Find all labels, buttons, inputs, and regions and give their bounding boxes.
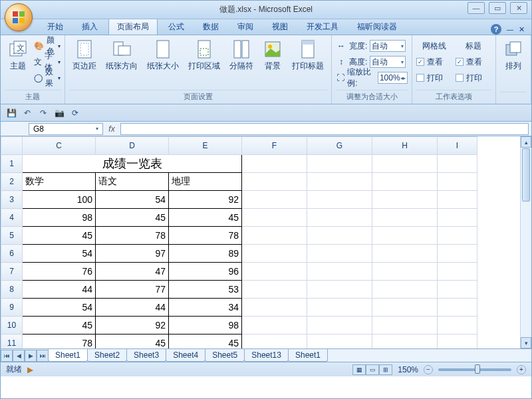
breaks-button[interactable]: 分隔符 [226, 37, 257, 74]
cell[interactable]: 78 [23, 334, 96, 349]
cell[interactable]: 92 [96, 317, 169, 334]
spreadsheet-grid[interactable]: CDEFGHI1成绩一览表2数学语文地理31005492498454554578… [1, 136, 531, 348]
scroll-thumb[interactable] [522, 148, 530, 201]
help-icon[interactable]: ? [491, 24, 501, 35]
cell[interactable]: 54 [23, 245, 96, 263]
scroll-down-button[interactable]: ▾ [521, 337, 531, 348]
zoom-level[interactable]: 150% [398, 365, 418, 374]
height-combo[interactable]: 自动▾ [370, 56, 406, 68]
maximize-button[interactable]: ▭ [489, 2, 506, 14]
headings-print-check[interactable]: 打印 [456, 70, 492, 85]
zoom-slider[interactable] [438, 368, 511, 371]
macro-icon[interactable]: ▶ [27, 365, 33, 374]
cell[interactable]: 45 [169, 334, 242, 349]
cell[interactable]: 45 [23, 227, 96, 245]
row-header[interactable]: 2 [1, 173, 23, 191]
normal-view-button[interactable]: ▦ [352, 364, 366, 375]
select-all-cell[interactable] [1, 137, 23, 155]
col-header[interactable]: G [307, 137, 372, 155]
row-header[interactable]: 10 [1, 317, 23, 334]
undo-icon[interactable]: ↶ [22, 108, 33, 118]
cell[interactable]: 98 [169, 317, 242, 334]
row-header[interactable]: 11 [1, 334, 23, 349]
col-header[interactable]: D [96, 137, 169, 155]
tab-formulas[interactable]: 公式 [160, 19, 192, 35]
background-button[interactable]: 背景 [259, 37, 286, 74]
zoom-out-button[interactable]: − [424, 365, 433, 374]
row-header[interactable]: 6 [1, 245, 23, 263]
office-button[interactable] [5, 3, 33, 31]
sheet-tab[interactable]: Sheet1 [48, 349, 88, 362]
col-header[interactable]: E [169, 137, 242, 155]
row-header[interactable]: 8 [1, 281, 23, 299]
tab-nav-next[interactable]: ▶ [25, 350, 37, 362]
page-break-view-button[interactable]: ⊞ [379, 364, 392, 375]
width-combo[interactable]: 自动▾ [370, 40, 406, 52]
cell[interactable]: 54 [96, 191, 169, 209]
cell[interactable]: 78 [96, 227, 169, 245]
col-header[interactable]: I [438, 137, 477, 155]
cell[interactable]: 45 [96, 209, 169, 227]
headings-view-check[interactable]: ✓查看 [456, 55, 492, 69]
margins-button[interactable]: 页边距 [69, 37, 100, 74]
fx-button[interactable]: fx [106, 123, 118, 135]
cell[interactable]: 98 [23, 209, 96, 227]
sheet-tab[interactable]: Sheet1 [288, 349, 328, 362]
tab-home[interactable]: 开始 [39, 19, 71, 35]
cell[interactable]: 54 [23, 299, 96, 317]
vertical-scrollbar[interactable]: ▴ ▾ [520, 136, 531, 348]
tab-data[interactable]: 数据 [195, 19, 227, 35]
cell[interactable]: 45 [169, 209, 242, 227]
themes-button[interactable]: 文文 主题 [5, 37, 31, 74]
cell[interactable]: 92 [169, 191, 242, 209]
cell[interactable]: 地理 [169, 173, 242, 191]
row-header[interactable]: 7 [1, 263, 23, 281]
zoom-in-button[interactable]: + [517, 365, 526, 374]
sub-close-icon[interactable]: ✕ [519, 25, 525, 34]
row-header[interactable]: 9 [1, 299, 23, 317]
page-layout-view-button[interactable]: ▭ [366, 364, 379, 375]
save-icon[interactable]: 💾 [6, 108, 17, 118]
minimize-ribbon-icon[interactable]: — [507, 26, 513, 33]
cell[interactable]: 44 [96, 299, 169, 317]
cell[interactable]: 45 [23, 317, 96, 334]
sheet-tab[interactable]: Sheet5 [205, 349, 245, 362]
scale-spinner[interactable]: 100%◂▸ [378, 72, 408, 84]
close-button[interactable]: ✕ [510, 2, 527, 14]
minimize-button[interactable]: — [467, 2, 485, 14]
tab-view[interactable]: 视图 [264, 19, 296, 35]
gridlines-view-check[interactable]: ✓查看 [416, 55, 453, 69]
col-header[interactable]: H [372, 137, 438, 155]
sheet-tab[interactable]: Sheet4 [166, 349, 205, 362]
tab-insert[interactable]: 插入 [74, 19, 106, 35]
sheet-tab[interactable]: Sheet3 [126, 349, 166, 362]
cell[interactable]: 96 [169, 263, 242, 281]
tab-page-layout[interactable]: 页面布局 [108, 18, 158, 35]
cell[interactable]: 89 [169, 245, 242, 263]
tab-nav-prev[interactable]: ◀ [13, 350, 25, 362]
cell[interactable]: 数学 [23, 173, 96, 191]
row-header[interactable]: 4 [1, 209, 23, 227]
zoom-thumb[interactable] [475, 364, 480, 374]
orientation-button[interactable]: 纸张方向 [102, 37, 141, 74]
tab-review[interactable]: 审阅 [229, 19, 261, 35]
sheet-tab[interactable]: Sheet2 [87, 349, 127, 362]
row-header[interactable]: 5 [1, 227, 23, 245]
cell[interactable]: 97 [96, 245, 169, 263]
tab-foxit[interactable]: 福昕阅读器 [349, 19, 405, 35]
cell[interactable]: 成绩一览表 [23, 155, 242, 173]
cell[interactable]: 44 [23, 281, 96, 299]
sheet-tab[interactable]: Sheet13 [244, 349, 289, 362]
camera-icon[interactable]: 📷 [54, 108, 65, 118]
cell[interactable]: 34 [169, 299, 242, 317]
row-header[interactable]: 3 [1, 191, 23, 209]
cell[interactable]: 47 [96, 263, 169, 281]
cell[interactable]: 78 [169, 227, 242, 245]
cell[interactable]: 76 [23, 263, 96, 281]
col-header[interactable]: C [23, 137, 96, 155]
tab-developer[interactable]: 开发工具 [299, 19, 346, 35]
cell[interactable]: 77 [96, 281, 169, 299]
theme-effects-button[interactable]: ◯效果▾ [34, 70, 61, 85]
size-button[interactable]: 纸张大小 [144, 37, 182, 74]
row-header[interactable]: 1 [1, 155, 23, 173]
